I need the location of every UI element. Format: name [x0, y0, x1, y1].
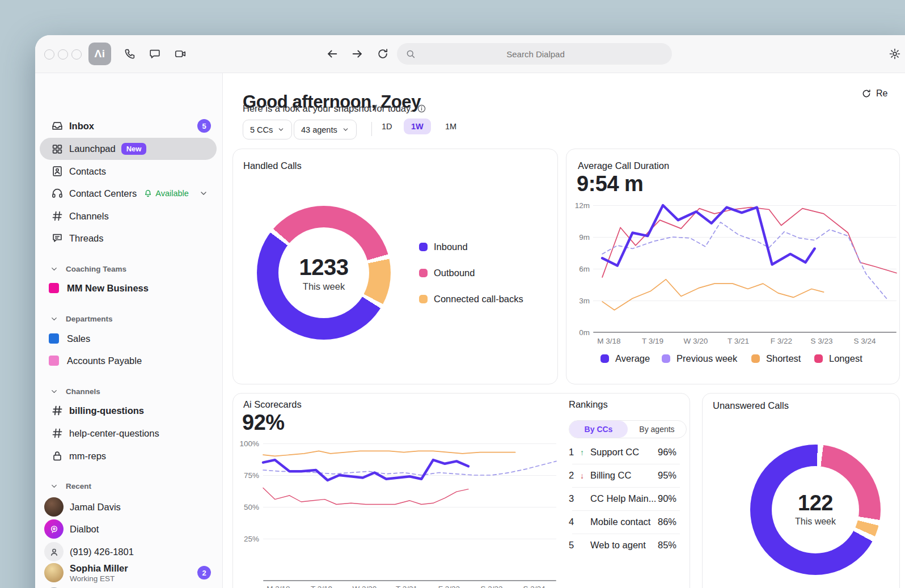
section-recent[interactable]: Recent [35, 479, 222, 493]
ranking-row[interactable]: 1 ↑ Support CC 96% [569, 441, 676, 464]
window-minimize-button[interactable] [58, 49, 68, 60]
y-tick: 0m [566, 328, 590, 337]
legend-label: Connected call-backs [434, 294, 523, 304]
ranking-value: 86% [658, 517, 676, 527]
dept-color-swatch [49, 333, 59, 344]
phone-icon[interactable] [124, 48, 136, 60]
ranking-name: Billing CC [590, 470, 658, 481]
unanswered-calls-card: Unanswered Calls 122 This week [702, 393, 900, 588]
contact-status: Working EST [70, 574, 128, 583]
search-input[interactable] [397, 49, 674, 60]
avatar [44, 563, 64, 582]
ranking-value: 96% [658, 447, 676, 458]
availability-status[interactable]: Available [143, 189, 189, 198]
sidebar-item-launchpad[interactable]: Launchpad New [40, 138, 217, 160]
rank-number: 5 [569, 540, 580, 551]
hash-icon [51, 427, 64, 439]
x-tick: T 3/19 [311, 585, 332, 588]
card-title: Handled Calls [243, 160, 302, 171]
info-icon[interactable] [417, 104, 426, 113]
sidebar-item-accounts-payable[interactable]: Accounts Payable [35, 349, 222, 372]
chat-icon[interactable] [149, 48, 161, 60]
tab-by-agents[interactable]: By agents [628, 421, 686, 438]
section-channels[interactable]: Channels [35, 384, 222, 399]
sidebar-item-contacts[interactable]: Contacts [35, 160, 222, 183]
sidebar-item-inbox[interactable]: Inbox 5 [35, 115, 222, 137]
x-tick: M 3/18 [267, 585, 290, 588]
legend-item: Previous week [662, 353, 737, 364]
sidebar-item-mm-new-business[interactable]: MM New Business [35, 277, 222, 299]
reload-icon[interactable] [377, 48, 389, 60]
x-axis [263, 580, 556, 581]
legend-label: Longest [829, 353, 862, 364]
sidebar-item-help-center-questions[interactable]: help-center-questions [35, 422, 222, 445]
y-tick: 75% [233, 471, 259, 480]
sidebar-item-mm-reps[interactable]: mm-reps [35, 445, 222, 467]
sidebar-item-contact-centers[interactable]: Contact Centers Available [35, 182, 222, 205]
chevron-down-icon [50, 482, 58, 490]
legend-item: Shortest [751, 353, 801, 364]
video-icon[interactable] [174, 48, 187, 60]
agents-filter-dropdown[interactable]: 43 agents [294, 120, 357, 139]
sidebar-item-sophia-miller[interactable]: Sophia Miller Working EST 2 [35, 560, 222, 586]
section-coaching-teams[interactable]: Coaching Teams [35, 261, 222, 276]
legend-chip [419, 243, 428, 251]
ranking-row[interactable]: 5 Web to agent 85% [569, 534, 676, 557]
contact-name: Dialbot [70, 524, 99, 535]
back-icon[interactable] [326, 48, 339, 60]
sidebar-item-dialbot[interactable]: Dialbot [35, 518, 222, 540]
y-tick: 100% [233, 439, 259, 448]
section-label: Channels [66, 387, 100, 396]
ranking-row[interactable]: 3 CC Help Main... 90% [569, 487, 676, 510]
search-bar[interactable] [397, 43, 672, 65]
contact-name: (919) 426-1801 [70, 547, 134, 557]
range-1w-button[interactable]: 1W [404, 119, 431, 134]
sidebar-item-sales[interactable]: Sales [35, 327, 222, 350]
section-departments[interactable]: Departments [35, 311, 222, 326]
ranking-name: CC Help Main... [590, 493, 658, 504]
tab-by-ccs[interactable]: By CCs [569, 421, 628, 438]
x-tick: T 3/21 [396, 585, 417, 588]
avg-duration-value: 9:54 m [577, 172, 643, 196]
dialbot-avatar [44, 519, 64, 539]
legend-item: Longest [814, 353, 862, 364]
person-icon [49, 547, 60, 557]
ranking-row[interactable]: 4 Mobile contact 86% [569, 510, 676, 534]
ranking-row[interactable]: 2 ↓ Billing CC 95% [569, 464, 676, 487]
gear-icon[interactable] [889, 48, 901, 60]
sidebar-item-threads[interactable]: Threads [35, 227, 222, 249]
sidebar-item-takeshi-soto[interactable]: Takeshi Soto 3 [35, 586, 222, 588]
refresh-button[interactable]: Re [861, 88, 887, 99]
legend-item: Average [600, 353, 650, 364]
headset-icon [51, 187, 64, 200]
legend-label: Outbound [434, 268, 475, 278]
cc-filter-value: 5 CCs [250, 125, 273, 134]
legend-chip [419, 295, 428, 303]
window-zoom-button[interactable] [71, 49, 82, 60]
cc-filter-dropdown[interactable]: 5 CCs [243, 120, 292, 139]
section-label: Recent [66, 482, 91, 490]
chevron-down-icon[interactable] [199, 189, 208, 198]
sidebar-item-channels[interactable]: Channels [35, 205, 222, 227]
sidebar-item-label: Channels [69, 211, 109, 222]
range-1d-button[interactable]: 1D [382, 122, 392, 131]
unread-badge: 2 [197, 566, 211, 579]
sidebar-item-label: Launchpad [69, 143, 116, 154]
sidebar-item-billing-questions[interactable]: billing-questions [35, 399, 222, 422]
x-tick: S 3/23 [480, 585, 502, 588]
ranking-value: 90% [658, 493, 676, 504]
card-title: Ai Scorecards [243, 399, 302, 410]
window-titlebar: Λi [35, 35, 905, 73]
ranking-value: 95% [658, 470, 676, 481]
sidebar-item-jamal-davis[interactable]: Jamal Davis [35, 496, 222, 518]
legend-item: Outbound [419, 268, 475, 278]
dialpad-ai-logo: Λi [88, 43, 111, 65]
window-close-button[interactable] [44, 49, 54, 60]
main-content: Good afternoon, Zoey Here is a look at y… [223, 73, 905, 588]
sidebar-item-label: MM New Business [67, 283, 149, 294]
x-tick: S 3/24 [523, 585, 545, 588]
donut-center: 122 This week [750, 491, 881, 527]
forward-icon[interactable] [351, 48, 363, 60]
range-1m-button[interactable]: 1M [445, 122, 456, 131]
section-label: Coaching Teams [66, 265, 126, 273]
